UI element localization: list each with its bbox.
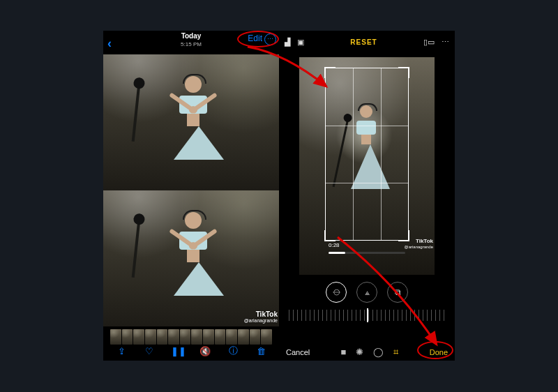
crop-handle-tr[interactable] <box>398 67 409 78</box>
vertical-perspective-tool[interactable]: ⟁ <box>356 282 377 303</box>
more-button[interactable]: ⋯ <box>264 33 276 45</box>
info-icon[interactable]: ⓘ <box>227 345 239 357</box>
crop-handle-br[interactable] <box>398 230 409 241</box>
photos-app-screen: ‹ Today 5:15 PM Edit ⋯ <box>103 31 279 361</box>
rotate-icon[interactable]: ▣ <box>297 38 304 47</box>
perspective-tools: ⦵ ⟁ ⧉ <box>279 282 455 303</box>
crop-header: ▟ ▣ RESET ▯▭ ⋯ <box>279 31 455 50</box>
mute-icon[interactable]: 🔇 <box>199 346 211 356</box>
trash-icon[interactable]: 🗑 <box>255 346 267 356</box>
straighten-tool[interactable]: ⦵ <box>326 282 347 303</box>
crop-tab-icon[interactable]: ⌗ <box>393 347 398 358</box>
photos-bottom-toolbar: ⇪ ♡ ❚❚ 🔇 ⓘ 🗑 <box>103 342 279 359</box>
edit-button[interactable]: Edit <box>248 33 262 43</box>
angle-ruler[interactable] <box>289 310 445 321</box>
playback-time: 0:28 <box>329 242 340 248</box>
tutorial-figure: ‹ Today 5:15 PM Edit ⋯ <box>103 31 455 361</box>
aspect-ratio-icon[interactable]: ▯▭ <box>423 38 435 47</box>
crop-frame[interactable] <box>326 68 408 240</box>
tiktok-watermark: TikTok @arianagrande <box>244 311 278 324</box>
share-icon[interactable]: ⇪ <box>115 346 128 356</box>
crop-handle-tl[interactable] <box>324 67 335 78</box>
crop-canvas[interactable]: 0:28 TikTok @arianagrande <box>299 57 435 275</box>
video-frame-top <box>103 54 279 190</box>
done-button[interactable]: Done <box>430 348 448 356</box>
flip-icon[interactable]: ▟ <box>285 38 290 47</box>
cancel-button[interactable]: Cancel <box>286 348 310 356</box>
pause-icon[interactable]: ❚❚ <box>171 346 183 356</box>
crop-editor-screen: ▟ ▣ RESET ▯▭ ⋯ 0:28 TikTok @arianagrande <box>279 31 455 361</box>
photos-header: ‹ Today 5:15 PM Edit ⋯ <box>103 31 279 54</box>
filters-tab-icon[interactable]: ◯ <box>373 347 384 358</box>
crop-handle-bl[interactable] <box>324 230 335 241</box>
video-preview[interactable]: TikTok @arianagrande <box>103 54 279 326</box>
reset-button[interactable]: RESET <box>350 38 377 46</box>
horizontal-perspective-tool[interactable]: ⧉ <box>387 282 408 303</box>
playback-progress[interactable] <box>329 252 405 254</box>
video-tab-icon[interactable]: ■ <box>341 347 347 358</box>
more-icon[interactable]: ⋯ <box>442 38 449 47</box>
editor-bottom-bar: Cancel ■ ✺ ◯ ⌗ Done <box>279 347 455 358</box>
adjust-tab-icon[interactable]: ✺ <box>356 347 363 358</box>
back-chevron-icon[interactable]: ‹ <box>107 36 112 51</box>
video-frame-bottom: TikTok @arianagrande <box>103 190 279 326</box>
favorite-icon[interactable]: ♡ <box>143 346 156 356</box>
